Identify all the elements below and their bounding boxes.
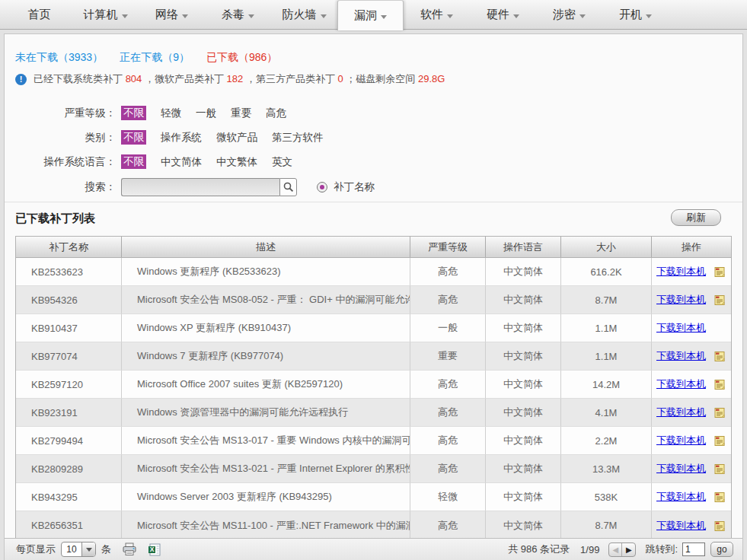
jump-page-input[interactable] — [682, 542, 705, 556]
filter-option-微软产品[interactable]: 微软产品 — [216, 132, 257, 143]
chevron-down-icon — [321, 14, 327, 18]
cell-language: 中文简体 — [486, 342, 561, 371]
cell-size: 1.1M — [561, 342, 652, 371]
cell-description: Microsoft 安全公告 MS08-052 - 严重： GDI+ 中的漏洞可… — [122, 286, 410, 314]
nav-tab-漏洞[interactable]: 漏洞 — [337, 0, 404, 30]
summary-value: 29.8G — [418, 73, 445, 84]
nav-tab-开机[interactable]: 开机 — [602, 0, 669, 30]
filter-option-操作系统[interactable]: 操作系统 — [161, 132, 202, 143]
print-button[interactable] — [122, 542, 137, 556]
download-to-local-link[interactable]: 下载到本机 — [656, 349, 706, 363]
cell-size: 13.3M — [561, 455, 652, 483]
excel-icon: X — [148, 543, 161, 556]
refresh-button[interactable]: 刷新 — [671, 209, 721, 226]
download-to-local-link[interactable]: 下载到本机 — [656, 406, 706, 419]
total-records-label: 共 986 条记录 — [508, 542, 570, 556]
nav-tab-网络[interactable]: 网络 — [139, 0, 205, 30]
status-tab-未在下载（3933）[interactable]: 未在下载（3933） — [15, 51, 103, 63]
nav-tab-label: 网络 — [155, 8, 178, 22]
chevron-down-icon — [248, 14, 254, 18]
patch-note-icon[interactable] — [714, 463, 726, 475]
pagination-right: 共 986 条记录 1/99 ◀ ▶ 跳转到: go — [508, 542, 733, 557]
search-input[interactable] — [121, 178, 279, 196]
patch-note-icon[interactable] — [714, 266, 726, 278]
filter-option-重要[interactable]: 重要 — [231, 107, 251, 119]
chevron-down-icon — [447, 14, 453, 18]
summary-text: 已经下载系统类补丁 804 ，微软产品类补丁 182 ，第三方产品类补丁 0 ；… — [34, 72, 445, 86]
cell-patch-name: KB2533623 — [16, 258, 122, 286]
cell-language: 中文简体 — [486, 371, 561, 399]
filter-option-英文[interactable]: 英文 — [272, 156, 292, 167]
status-tab-已下载（986）[interactable]: 已下载（986） — [206, 51, 277, 63]
nav-tab-防火墙[interactable]: 防火墙 — [271, 0, 337, 30]
go-button[interactable]: go — [710, 542, 733, 557]
cell-description: Windows 资源管理器中的漏洞可能允许远程执行 — [122, 399, 410, 427]
patch-note-icon[interactable] — [714, 406, 726, 418]
cell-patch-name: KB2809289 — [16, 455, 122, 483]
nav-tab-硬件[interactable]: 硬件 — [470, 0, 536, 30]
search-button[interactable] — [279, 178, 297, 196]
nav-tab-label: 首页 — [28, 8, 51, 22]
download-to-local-link[interactable]: 下载到本机 — [656, 321, 706, 335]
cell-severity: 高危 — [410, 427, 486, 455]
filter-option-中文繁体[interactable]: 中文繁体 — [216, 156, 257, 167]
download-to-local-link[interactable]: 下载到本机 — [656, 490, 706, 504]
download-to-local-link[interactable]: 下载到本机 — [656, 293, 706, 307]
status-tab-正在下载（9）[interactable]: 正在下载（9） — [120, 51, 190, 63]
download-to-local-link[interactable]: 下载到本机 — [656, 377, 706, 391]
cell-actions: 下载到本机 — [652, 511, 731, 539]
patch-note-icon[interactable] — [714, 350, 726, 362]
patch-name-radio[interactable] — [317, 182, 327, 192]
cell-severity: 高危 — [410, 511, 486, 539]
cell-severity: 轻微 — [410, 483, 486, 511]
search-row: 搜索： 补丁名称 — [5, 176, 375, 199]
nav-tab-杀毒[interactable]: 杀毒 — [205, 0, 271, 30]
chevron-down-icon — [646, 14, 652, 18]
cell-patch-name: KB2597120 — [16, 371, 122, 399]
filter-option-第三方软件[interactable]: 第三方软件 — [272, 132, 324, 143]
download-to-local-link[interactable]: 下载到本机 — [656, 462, 706, 476]
nav-tab-label: 开机 — [619, 8, 642, 22]
list-header: 已下载补丁列表 刷新 — [15, 208, 721, 228]
filter-options-category: 不限操作系统微软产品第三方软件 — [121, 131, 338, 145]
nav-tab-label: 硬件 — [487, 8, 509, 22]
cell-size: 4.1M — [561, 399, 652, 427]
filter-option-不限[interactable]: 不限 — [121, 106, 146, 120]
patch-note-icon[interactable] — [714, 434, 726, 447]
cell-language: 中文简体 — [486, 286, 561, 314]
filter-option-不限[interactable]: 不限 — [121, 130, 146, 145]
nav-tab-计算机[interactable]: 计算机 — [72, 0, 139, 30]
nav-tab-首页[interactable]: 首页 — [6, 0, 72, 30]
export-excel-button[interactable]: X — [148, 543, 161, 556]
cell-description: Microsoft 安全公告 MS13-021 - 严重 Internet Ex… — [122, 455, 410, 483]
cell-severity: 高危 — [410, 286, 486, 314]
per-page-select[interactable]: 10 — [61, 542, 96, 557]
cell-patch-name: KB943295 — [16, 483, 122, 511]
cell-size: 8.7M — [561, 286, 652, 314]
filter-option-轻微[interactable]: 轻微 — [161, 107, 181, 119]
nav-tab-label: 杀毒 — [222, 8, 244, 22]
patch-note-icon[interactable] — [714, 520, 726, 532]
patch-note-icon[interactable] — [714, 491, 726, 503]
next-page-button[interactable]: ▶ — [622, 543, 635, 556]
download-to-local-link[interactable]: 下载到本机 — [656, 434, 706, 447]
cell-size: 616.2K — [561, 258, 652, 286]
patch-note-icon[interactable] — [714, 378, 726, 390]
download-to-local-link[interactable]: 下载到本机 — [656, 265, 706, 278]
filter-option-不限[interactable]: 不限 — [121, 154, 146, 169]
filter-option-一般[interactable]: 一般 — [196, 107, 216, 119]
nav-tab-涉密[interactable]: 涉密 — [536, 0, 602, 30]
filter-option-高危[interactable]: 高危 — [266, 107, 286, 119]
page-indicator: 1/99 — [580, 544, 599, 555]
nav-tab-label: 软件 — [420, 8, 443, 22]
patch-note-icon[interactable] — [714, 294, 726, 306]
filter-option-中文简体[interactable]: 中文简体 — [161, 156, 202, 167]
cell-patch-name: KB923191 — [16, 399, 122, 427]
prev-page-button[interactable]: ◀ — [609, 543, 622, 556]
filter-label-severity: 严重等级： — [5, 107, 116, 120]
summary-segment: ，微软产品类补丁 — [142, 73, 226, 84]
download-to-local-link[interactable]: 下载到本机 — [656, 519, 706, 533]
nav-tab-软件[interactable]: 软件 — [404, 0, 470, 30]
nav-tab-label: 防火墙 — [283, 8, 317, 22]
chevron-down-icon — [381, 15, 387, 19]
